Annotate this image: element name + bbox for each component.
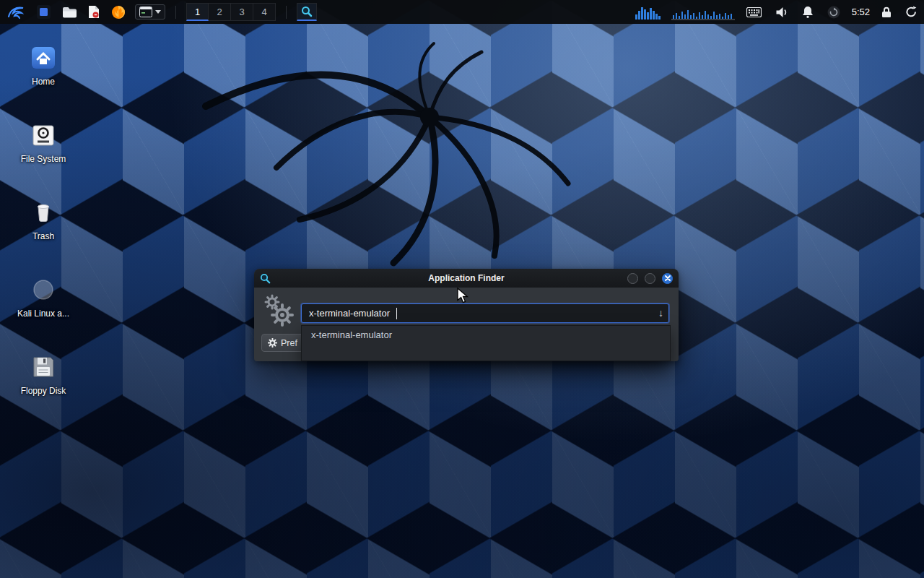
workspace-2[interactable]: 2: [209, 3, 231, 21]
titlebar[interactable]: Application Finder: [254, 269, 679, 288]
audio-spectrum[interactable]: [635, 4, 662, 20]
search-input[interactable]: x-terminal-emulator ↓: [301, 303, 669, 323]
preferences-label: Pref: [281, 338, 297, 348]
search-input-value: x-terminal-emulator: [309, 308, 390, 319]
file-manager-icon[interactable]: [60, 5, 79, 20]
desktop-icon-label: Home: [9, 77, 78, 87]
volume-icon[interactable]: [773, 5, 790, 20]
firefox-icon[interactable]: [109, 4, 128, 21]
workspace-1[interactable]: 1: [186, 3, 209, 21]
keyboard-icon[interactable]: [744, 6, 764, 19]
desktop-icon-label: Floppy Disk: [9, 386, 78, 396]
text-caret: [396, 308, 398, 319]
top-panel: 1 2 3 4: [0, 0, 924, 24]
desktop-icon-file-system[interactable]: File System: [9, 119, 78, 164]
drive-icon: [9, 119, 78, 151]
close-button[interactable]: [662, 273, 673, 284]
application-finder-window: Application Finder: [254, 269, 679, 361]
workspace-3[interactable]: 3: [231, 3, 253, 21]
window-title: Application Finder: [254, 273, 679, 283]
cpu-graph[interactable]: [671, 4, 735, 20]
dropdown-arrow-icon[interactable]: ↓: [658, 307, 663, 319]
clock[interactable]: 5:52: [852, 7, 870, 17]
desktop-icon-label: Trash: [9, 231, 78, 241]
preferences-gears-icon: [263, 293, 296, 329]
maximize-button[interactable]: [645, 273, 655, 284]
desktop-icon-kali-docs[interactable]: Kali Linux a...: [9, 274, 78, 319]
panel-separator: [286, 6, 287, 19]
desktop-icon-trash[interactable]: Trash: [9, 197, 78, 241]
text-editor-icon[interactable]: [86, 4, 102, 20]
desktop-icon-floppy[interactable]: Floppy Disk: [9, 351, 78, 396]
panel-status-area: 5:52: [635, 4, 920, 20]
session-refresh-icon[interactable]: [903, 4, 920, 20]
desktop-icon-label: Kali Linux a...: [9, 309, 78, 319]
gear-icon: [268, 338, 277, 348]
home-icon: [9, 42, 78, 74]
workspace-switcher: 1 2 3 4: [186, 3, 276, 21]
files-app-icon[interactable]: [35, 4, 53, 20]
magnifier-icon: [301, 6, 313, 17]
finder-body: x-terminal-emulator ↓ Pref x-ter: [254, 288, 679, 361]
kali-menu-icon[interactable]: [4, 2, 27, 22]
status-circle-icon[interactable]: [825, 4, 842, 20]
workspace-4[interactable]: 4: [253, 3, 276, 21]
panel-separator: [175, 6, 176, 19]
chevron-down-icon: [155, 10, 161, 14]
taskbar-application-finder[interactable]: [297, 3, 317, 21]
close-icon: [665, 275, 671, 281]
lock-icon[interactable]: [879, 5, 894, 20]
kali-ghost-icon: [9, 274, 78, 306]
panel-launchers: 1 2 3 4: [4, 2, 317, 22]
completion-dropdown: x-terminal-emulator: [301, 325, 671, 361]
bell-icon[interactable]: [800, 4, 816, 20]
trash-icon: [9, 197, 78, 228]
terminal-launcher[interactable]: [135, 4, 165, 20]
minimize-button[interactable]: [627, 273, 638, 284]
floppy-icon: [9, 351, 78, 383]
desktop-icon-home[interactable]: Home: [9, 42, 78, 87]
desktop: 1 2 3 4: [0, 0, 924, 578]
application-finder-icon: [260, 273, 271, 284]
terminal-icon: [139, 7, 152, 17]
preferences-button[interactable]: Pref: [261, 334, 307, 352]
desktop-icon-label: File System: [9, 154, 78, 164]
completion-item[interactable]: x-terminal-emulator: [302, 326, 670, 343]
